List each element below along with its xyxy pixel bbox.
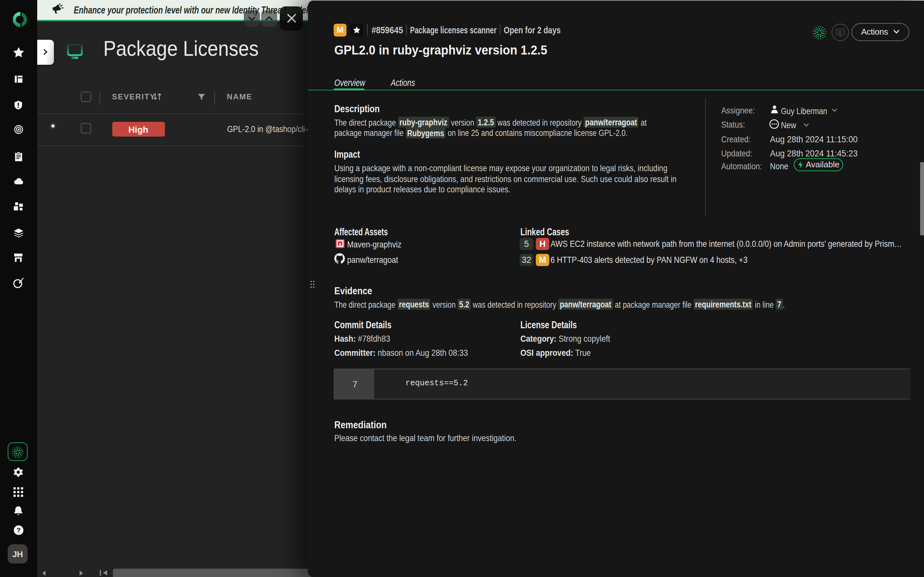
svg-text:?: ? bbox=[16, 526, 21, 533]
